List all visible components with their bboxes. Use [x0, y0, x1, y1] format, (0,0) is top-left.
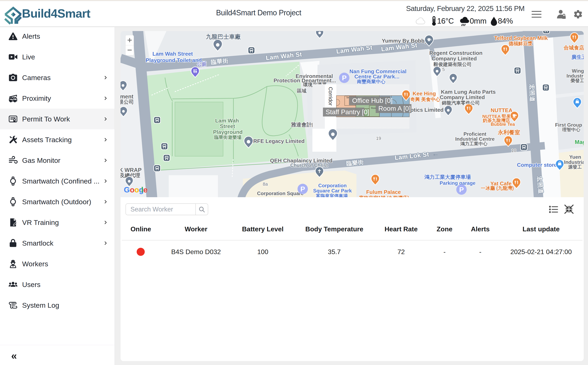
svg-text:富臨皇室停車場: 富臨皇室停車場: [316, 193, 348, 197]
svg-text:源發工: 源發工: [568, 164, 582, 169]
svg-text:5: 5: [442, 67, 445, 72]
svg-text:Telford Soybean Milk: Telford Soybean Milk: [494, 35, 548, 41]
svg-text:e: e: [143, 186, 147, 194]
svg-text:合城食店: 合城食店: [563, 45, 584, 50]
svg-text:Mag: Mag: [575, 139, 584, 145]
svg-text:榮發工: 榮發工: [570, 78, 584, 83]
svg-text:Playground: Playground: [213, 129, 243, 135]
svg-text:Regent Construction: Regent Construction: [429, 50, 482, 56]
svg-text:九龍巴士車廠: 九龍巴士車廠: [206, 34, 241, 40]
svg-text:Kee Hing: Kee Hing: [413, 91, 436, 97]
svg-text:奇興 美食中心: 奇興 美食中心: [410, 97, 440, 102]
svg-text:德福鮮豆漿: 德福鮮豆漿: [509, 41, 533, 46]
svg-text:Street: Street: [220, 123, 235, 129]
svg-text:G: G: [124, 186, 130, 194]
svg-text:RFE Legacy Limited: RFE Legacy Limited: [253, 138, 305, 144]
svg-text:一冰廳 (九龍灣): 一冰廳 (九龍灣): [481, 185, 514, 191]
svg-text:Optics Limited: Optics Limited: [406, 107, 444, 113]
svg-text:毅俊建築有限公司: 毅俊建築有限公司: [433, 62, 472, 67]
svg-text:Room A [0]: Room A [0]: [378, 105, 411, 112]
svg-text:Office Hub [0]: Office Hub [0]: [352, 97, 392, 104]
svg-text:宏照道: 宏照道: [528, 84, 535, 102]
svg-text:First Group C: First Group C: [555, 122, 584, 128]
svg-text:富臨皇室1號 (九龍灣店): 富臨皇室1號 (九龍灣店): [359, 195, 409, 197]
svg-text:限公司: 限公司: [121, 99, 134, 105]
svg-text:Industrial: Industrial: [564, 159, 584, 165]
svg-text:o: o: [134, 186, 139, 194]
svg-text:南豐商業中心: 南豐商業中心: [357, 79, 386, 84]
svg-text:Church of Christ: Church of Christ: [290, 163, 328, 168]
svg-text:永利餐室: 永利餐室: [498, 129, 520, 135]
svg-text:鴻力工業大廈停車場: 鴻力工業大廈停車場: [424, 174, 471, 180]
svg-text:Corporation Square: Corporation Square: [257, 190, 303, 196]
svg-text:臨華街遊樂場: 臨華街遊樂場: [214, 135, 241, 140]
svg-text:理智中心: 理智中心: [562, 127, 581, 132]
svg-text:Bubble Tea: Bubble Tea: [491, 122, 515, 127]
svg-text:Lam Wah: Lam Wah: [215, 118, 239, 124]
svg-text:Yuen: Yuen: [569, 154, 581, 160]
svg-text:←: ←: [432, 150, 439, 157]
svg-text:Yummy By Bobby: Yummy By Bobby: [382, 38, 428, 44]
svg-text:Proficient: Proficient: [464, 131, 486, 137]
svg-text:Industrial Centre: Industrial Centre: [455, 136, 495, 142]
svg-text:Parking garage: Parking garage: [439, 180, 475, 186]
svg-text:Corporation: Corporation: [318, 183, 347, 188]
svg-text:Computer store: Computer store: [517, 162, 557, 168]
svg-text:Wing: Wing: [572, 68, 584, 74]
svg-text:NUTTEA: NUTTEA: [491, 107, 513, 113]
svg-text:Staff Pantry [0]: Staff Pantry [0]: [326, 108, 369, 116]
svg-text:鴻力工業中心: 鴻力工業中心: [460, 141, 488, 146]
svg-text:l: l: [141, 186, 143, 194]
svg-text:Company Limited: Company Limited: [432, 56, 477, 62]
svg-text:錦龍汽車零件公司: 錦龍汽車零件公司: [442, 100, 480, 105]
svg-text:廣生五: 廣生五: [571, 54, 584, 60]
svg-text:19: 19: [376, 136, 381, 141]
svg-text:10: 10: [511, 148, 516, 153]
svg-text:Industrial: Industrial: [567, 73, 584, 79]
svg-text:Fulum Palace: Fulum Palace: [366, 189, 401, 195]
svg-text:Lam Wah Street: Lam Wah Street: [152, 51, 193, 57]
svg-text:o: o: [130, 186, 134, 194]
svg-text:區域: 區域: [297, 88, 306, 93]
svg-text:Corridor: Corridor: [328, 87, 334, 105]
svg-text:Square Car Park: Square Car Park: [313, 188, 352, 193]
svg-text:Company Limited: Company Limited: [440, 94, 485, 100]
svg-text:公廁: 公廁: [197, 62, 206, 67]
svg-text:8a: 8a: [263, 182, 268, 187]
